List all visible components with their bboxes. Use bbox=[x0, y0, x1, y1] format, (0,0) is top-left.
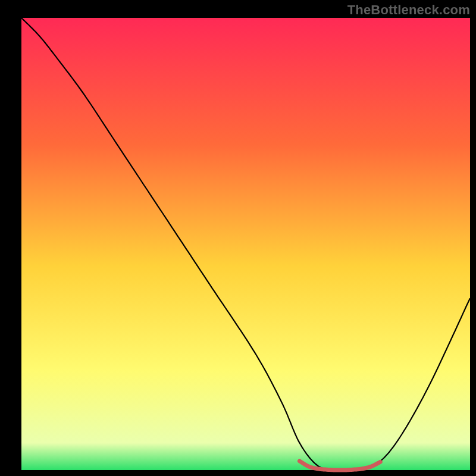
chart-frame: TheBottleneck.com bbox=[0, 0, 476, 476]
bottleneck-chart bbox=[0, 0, 476, 476]
watermark-text: TheBottleneck.com bbox=[347, 2, 470, 18]
plot-background bbox=[21, 18, 470, 470]
